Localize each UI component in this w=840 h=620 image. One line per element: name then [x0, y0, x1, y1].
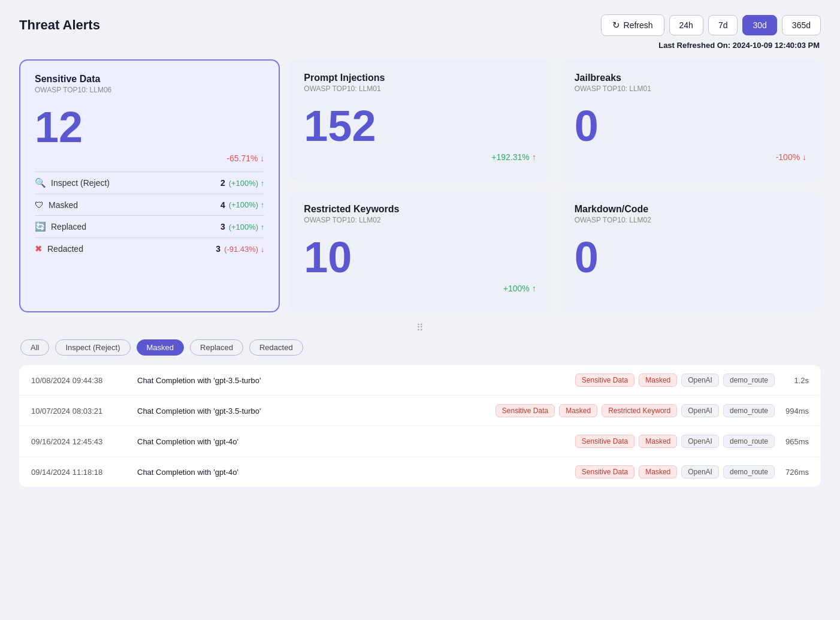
masked-icon: 🛡 — [35, 200, 44, 210]
arrow-up-icon: ↑ — [532, 152, 536, 162]
row-latency: 726ms — [782, 468, 809, 477]
tag-restricted-keyword: Restricted Keyword — [602, 404, 677, 417]
table-row[interactable]: 09/16/2024 12:45:43 Chat Completion with… — [19, 426, 821, 457]
table-row[interactable]: 10/07/2024 08:03:21 Chat Completion with… — [19, 396, 821, 426]
card-change-restricted: +100% ↑ — [304, 284, 536, 293]
arrow-down-icon: ↓ — [260, 154, 264, 163]
cards-grid: Sensitive Data OWASP TOP10: LLM06 12 -65… — [19, 59, 821, 312]
tag-demo-route: demo_route — [723, 374, 775, 387]
row-tags: Sensitive Data Masked OpenAI demo_route — [575, 374, 775, 387]
card-restricted-keywords: Restricted Keywords OWASP TOP10: LLM02 1… — [289, 191, 550, 312]
tag-openai: OpenAI — [681, 435, 719, 448]
page-header: Threat Alerts ↻ Refresh 24h 7d 30d 365d — [19, 14, 821, 36]
row-tags: Sensitive Data Masked OpenAI demo_route — [575, 435, 775, 448]
card-number-markdown: 0 — [575, 234, 599, 281]
refresh-icon: ↻ — [612, 20, 620, 31]
tag-sensitive-data: Sensitive Data — [575, 435, 634, 448]
card-prompt-injections: Prompt Injections OWASP TOP10: LLM01 152… — [289, 59, 550, 181]
refresh-label: Refresh — [624, 20, 653, 30]
breakdown-redacted-value: 3 — [216, 244, 220, 254]
breakdown-masked-value: 4 — [220, 200, 225, 210]
row-description: Chat Completion with 'gpt-3.5-turbo' — [137, 376, 568, 385]
row-description: Chat Completion with 'gpt-3.5-turbo' — [137, 407, 488, 416]
breakdown-inspect: 🔍 Inspect (Reject) 2 (+100%) ↑ — [35, 172, 264, 194]
filter-chip-inspect[interactable]: Inspect (Reject) — [55, 339, 130, 356]
redacted-icon: ✖ — [35, 243, 43, 254]
breakdown-inspect-label: Inspect (Reject) — [51, 178, 110, 188]
tag-demo-route: demo_route — [723, 404, 775, 417]
card-subtitle-restricted: OWASP TOP10: LLM02 — [304, 216, 536, 224]
breakdown-redacted: ✖ Redacted 3 (-91.43%) ↓ — [35, 238, 264, 260]
tag-sensitive-data: Sensitive Data — [575, 465, 634, 478]
card-subtitle-markdown: OWASP TOP10: LLM02 — [575, 216, 806, 224]
card-subtitle-sensitive-data: OWASP TOP10: LLM06 — [35, 86, 264, 94]
refresh-button[interactable]: ↻ Refresh — [601, 14, 664, 36]
number-area-sensitive: 12 — [35, 99, 264, 154]
row-latency: 994ms — [782, 407, 809, 416]
breakdown-masked-label: Masked — [49, 200, 78, 210]
breakdown-redacted-change: (-91.43%) ↓ — [224, 245, 264, 254]
card-jailbreaks: Jailbreaks OWASP TOP10: LLM01 0 -100% ↓ — [560, 59, 821, 181]
card-change-jailbreaks: -100% ↓ — [575, 152, 806, 162]
tag-demo-route: demo_route — [723, 435, 775, 448]
page-title: Threat Alerts — [19, 17, 100, 33]
alerts-table: 10/08/2024 09:44:38 Chat Completion with… — [19, 365, 821, 487]
drag-handle[interactable]: ⠿ — [19, 322, 821, 333]
card-subtitle-prompt: OWASP TOP10: LLM01 — [304, 85, 536, 93]
card-title-markdown: Markdown/Code — [575, 204, 806, 215]
card-number-sensitive: 12 — [35, 104, 83, 151]
card-title-prompt: Prompt Injections — [304, 73, 536, 83]
header-controls: ↻ Refresh 24h 7d 30d 365d — [601, 14, 821, 36]
tag-masked: Masked — [639, 374, 677, 387]
card-markdown-code: Markdown/Code OWASP TOP10: LLM02 0 — [560, 191, 821, 312]
last-refreshed-bar: Last Refreshed On: 2024-10-09 12:40:03 P… — [19, 41, 821, 50]
time-btn-24h[interactable]: 24h — [669, 15, 703, 35]
card-title-restricted: Restricted Keywords — [304, 204, 536, 215]
row-description: Chat Completion with 'gpt-4o' — [137, 437, 568, 446]
arrow-up-icon-restricted: ↑ — [532, 284, 536, 293]
table-row[interactable]: 09/14/2024 11:18:18 Chat Completion with… — [19, 457, 821, 487]
card-title-sensitive-data: Sensitive Data — [35, 74, 264, 85]
time-btn-30d[interactable]: 30d — [742, 15, 776, 35]
tag-masked: Masked — [639, 465, 677, 478]
filter-bar: All Inspect (Reject) Masked Replaced Red… — [19, 339, 821, 356]
card-sensitive-data: Sensitive Data OWASP TOP10: LLM06 12 -65… — [19, 59, 280, 312]
card-subtitle-jailbreaks: OWASP TOP10: LLM01 — [575, 85, 806, 93]
tag-openai: OpenAI — [681, 404, 719, 417]
card-number-restricted: 10 — [304, 234, 352, 281]
row-latency: 965ms — [782, 437, 809, 446]
breakdown-replaced-label: Replaced — [51, 222, 86, 231]
time-btn-7d[interactable]: 7d — [708, 15, 738, 35]
tag-openai: OpenAI — [681, 374, 719, 387]
row-tags: Sensitive Data Masked Restricted Keyword… — [495, 404, 775, 417]
table-row[interactable]: 10/08/2024 09:44:38 Chat Completion with… — [19, 365, 821, 396]
breakdown-inspect-change: (+100%) ↑ — [229, 179, 265, 188]
breakdown-replaced-value: 3 — [220, 222, 225, 231]
card-number-prompt: 152 — [304, 103, 376, 150]
filter-chip-redacted[interactable]: Redacted — [249, 339, 303, 356]
filter-chip-replaced[interactable]: Replaced — [190, 339, 243, 356]
replaced-icon: 🔄 — [35, 221, 46, 232]
breakdown-redacted-label: Redacted — [47, 244, 83, 254]
row-tags: Sensitive Data Masked OpenAI demo_route — [575, 465, 775, 478]
card-change-prompt: +192.31% ↑ — [304, 152, 536, 162]
filter-chip-all[interactable]: All — [20, 339, 49, 356]
tag-sensitive-data: Sensitive Data — [575, 374, 634, 387]
tag-openai: OpenAI — [681, 465, 719, 478]
inspect-icon: 🔍 — [35, 177, 46, 188]
last-refreshed-label: Last Refreshed On: — [658, 41, 730, 50]
breakdown-inspect-value: 2 — [220, 178, 225, 188]
time-btn-365d[interactable]: 365d — [782, 15, 821, 35]
row-latency: 1.2s — [782, 376, 809, 385]
card-title-jailbreaks: Jailbreaks — [575, 73, 806, 83]
tag-sensitive-data: Sensitive Data — [495, 404, 555, 417]
tag-masked: Masked — [639, 435, 677, 448]
breakdown-replaced: 🔄 Replaced 3 (+100%) ↑ — [35, 216, 264, 238]
filter-chip-masked[interactable]: Masked — [137, 339, 185, 356]
last-refreshed-value: 2024-10-09 12:40:03 PM — [733, 41, 820, 50]
card-number-jailbreaks: 0 — [575, 103, 599, 150]
row-timestamp: 10/08/2024 09:44:38 — [31, 376, 130, 385]
breakdown-replaced-change: (+100%) ↑ — [229, 222, 265, 231]
breakdown-masked-change: (+100%) ↑ — [229, 200, 265, 209]
tag-demo-route: demo_route — [723, 465, 775, 478]
